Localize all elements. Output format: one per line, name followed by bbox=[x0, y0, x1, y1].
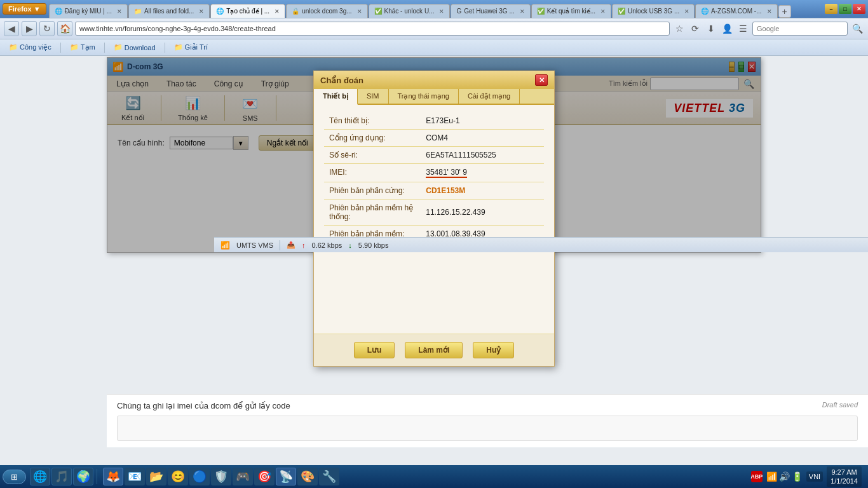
tab-close-8[interactable]: ✕ bbox=[684, 8, 689, 15]
taskbar-outlook[interactable]: 📧 bbox=[125, 468, 145, 485]
diagnosis-dialog: Chẩn đoán ✕ Thiết bị SIM Trạng thái mạng bbox=[313, 71, 555, 367]
bookmark-congviec[interactable]: 📁 Công việc bbox=[5, 42, 55, 53]
label-imei: IMEI: bbox=[324, 164, 421, 182]
tab-label-3: Tạo chủ đề | ... bbox=[226, 8, 269, 15]
tab-3[interactable]: 🌐 Tạo chủ đề | ... ✕ bbox=[210, 4, 285, 18]
taskbar-paint[interactable]: 🎨 bbox=[297, 468, 318, 485]
refresh-button[interactable]: Làm mới bbox=[405, 342, 463, 358]
tray-network-icon[interactable]: 📶 bbox=[766, 471, 777, 482]
label-cong-ung-dung: Cổng ứng dụng: bbox=[324, 130, 421, 147]
browser-titlebar: Firefox ▼ 🌐 Đăng ký MIU | ... ✕ 📁 All fi… bbox=[0, 0, 868, 18]
table-row: IMEI: 35481' 30' 9 bbox=[324, 164, 544, 182]
taskbar-media[interactable]: 🎵 bbox=[51, 468, 72, 485]
tab-1[interactable]: 🌐 Đăng ký MIU | ... ✕ bbox=[49, 4, 128, 18]
dialog-tab-sim[interactable]: SIM bbox=[358, 89, 389, 104]
dialog-close-button[interactable]: ✕ bbox=[535, 74, 548, 86]
modal-overlay: Chẩn đoán ✕ Thiết bị SIM Trạng thái mạng bbox=[107, 58, 761, 252]
taskbar-skype[interactable]: 🔵 bbox=[189, 468, 210, 485]
tab-close-2[interactable]: ✕ bbox=[199, 8, 204, 15]
tab-4[interactable]: 🔒 unlock dcom 3g... ✕ bbox=[286, 4, 367, 18]
taskbar-firefox[interactable]: 🦊 bbox=[103, 468, 123, 485]
value-so-se-ri: 6EA5TA1111505525 bbox=[421, 147, 544, 164]
cancel-button[interactable]: Huỷ bbox=[473, 342, 514, 358]
tab-favicon-9: 🌐 bbox=[701, 8, 709, 15]
system-clock: 9:27 AM 1/1/2014 bbox=[827, 466, 862, 487]
dcom-status-bar: 📶 UMTS VMS 📤 ↑ 0.62 kbps ↓ 5.90 kbps bbox=[214, 237, 868, 252]
page-area: 📶 D-com 3G – □ ✕ Lựa chọn Thao tác Công … bbox=[0, 56, 868, 465]
tab-close-6[interactable]: ✕ bbox=[520, 8, 525, 15]
tray-volume-icon[interactable]: 🔊 bbox=[779, 471, 790, 482]
tab-close-7[interactable]: ✕ bbox=[600, 8, 606, 15]
home-button[interactable]: 🏠 bbox=[57, 21, 72, 36]
tab-9[interactable]: 🌐 A-ZGSM.COM -... ✕ bbox=[695, 4, 777, 18]
taskbar-files[interactable]: 📂 bbox=[146, 468, 166, 485]
bookmark-icon-3: 📁 bbox=[114, 43, 123, 51]
taskbar-game2[interactable]: 🎯 bbox=[254, 468, 275, 485]
tab-2[interactable]: 📁 All files and fold... ✕ bbox=[128, 4, 210, 18]
bookmark-giaitri[interactable]: 📁 Giải Trí bbox=[170, 42, 212, 53]
tab-close-5[interactable]: ✕ bbox=[439, 8, 444, 15]
taskbar-dcom[interactable]: 📡 bbox=[276, 468, 296, 485]
tab-close-9[interactable]: ✕ bbox=[767, 8, 772, 15]
upload-speed: ↑ bbox=[302, 241, 306, 249]
taskbar-chat[interactable]: 😊 bbox=[168, 468, 188, 485]
bookmark-icon-4: 📁 bbox=[174, 43, 183, 51]
reload-icon[interactable]: ⟳ bbox=[688, 22, 702, 36]
save-button[interactable]: Lưu bbox=[354, 342, 395, 358]
download-icon[interactable]: ⬇ bbox=[704, 22, 718, 36]
bookmark-tam[interactable]: 📁 Tạm bbox=[66, 42, 99, 53]
tab-favicon-6: G bbox=[456, 8, 461, 15]
bookmark-icon-2: 📁 bbox=[70, 43, 79, 51]
address-bar[interactable] bbox=[75, 22, 670, 36]
tab-favicon-5: ✅ bbox=[374, 8, 382, 15]
dialog-tab-cai-dat-mang[interactable]: Cài đặt mạng bbox=[459, 89, 520, 104]
clock-time: 9:27 AM bbox=[831, 468, 858, 477]
start-button[interactable]: ⊞ bbox=[3, 470, 26, 484]
taskbar-earth[interactable]: 🌍 bbox=[73, 468, 93, 485]
tab-favicon-3: 🌐 bbox=[216, 8, 224, 15]
tab-close-3[interactable]: ✕ bbox=[275, 8, 280, 15]
search-magnifier-icon[interactable]: 🔍 bbox=[850, 22, 864, 36]
table-row: Tên thiết bị: E173Eu-1 bbox=[324, 112, 544, 130]
menu-icon[interactable]: ☰ bbox=[736, 22, 750, 36]
page-content-area: Chúng ta ghi lại imei của dcom để gửi lấ… bbox=[107, 394, 868, 447]
back-button[interactable]: ◀ bbox=[4, 21, 19, 36]
minimize-button[interactable]: – bbox=[825, 4, 837, 14]
tab-5[interactable]: ✅ Khác - unlock U... ✕ bbox=[369, 4, 451, 18]
adblock-icon[interactable]: ABP bbox=[751, 471, 763, 482]
taskbar-ie[interactable]: 🌐 bbox=[30, 468, 50, 485]
firefox-menu[interactable]: Firefox ▼ bbox=[3, 3, 46, 15]
dialog-tab-thiet-bi[interactable]: Thiết bị bbox=[314, 89, 358, 105]
taskbar-tool[interactable]: 🔧 bbox=[319, 468, 339, 485]
value-phien-ban-phan-cung: CD1E153M bbox=[421, 182, 544, 200]
tray-power-icon[interactable]: 🔋 bbox=[792, 471, 803, 482]
bookmark-sep-1 bbox=[60, 43, 61, 53]
forward-button[interactable]: ▶ bbox=[22, 21, 37, 36]
status-sep bbox=[280, 240, 280, 250]
tab-8[interactable]: ✅ Unlock USB 3G ... ✕ bbox=[612, 4, 695, 18]
dialog-tab-trang-thai-mang[interactable]: Trạng thái mạng bbox=[389, 89, 459, 104]
tab-7[interactable]: ✅ Kết quả tìm kiế... ✕ bbox=[531, 4, 611, 18]
close-button[interactable]: ✕ bbox=[853, 4, 865, 14]
tab-favicon-2: 📁 bbox=[134, 8, 142, 15]
search-input[interactable] bbox=[752, 22, 848, 36]
taskbar-pinned-apps: 🌐 🎵 🌍 bbox=[30, 468, 93, 485]
tab-6[interactable]: G Get Huawei 3G ... ✕ bbox=[451, 4, 530, 18]
new-tab-button[interactable]: + bbox=[778, 5, 791, 18]
tab-close-4[interactable]: ✕ bbox=[357, 8, 362, 15]
network-type: UMTS VMS bbox=[236, 241, 273, 249]
tab-close-1[interactable]: ✕ bbox=[117, 8, 122, 15]
language-button[interactable]: VNI bbox=[806, 471, 823, 482]
taskbar-torrent[interactable]: 🛡️ bbox=[211, 468, 231, 485]
draft-saved-label: Draft saved bbox=[822, 401, 858, 409]
taskbar-game1[interactable]: 🎮 bbox=[233, 468, 253, 485]
windows-icon: ⊞ bbox=[11, 472, 18, 482]
tab-label-6: Get Huawei 3G ... bbox=[464, 8, 514, 15]
bookmark-download[interactable]: 📁 Download bbox=[110, 42, 159, 53]
text-editor-area[interactable] bbox=[117, 416, 858, 441]
taskbar-right: ABP 📶 🔊 🔋 VNI 9:27 AM 1/1/2014 bbox=[751, 466, 865, 487]
bookmark-star-icon[interactable]: ☆ bbox=[672, 22, 686, 36]
profile-icon[interactable]: 👤 bbox=[720, 22, 734, 36]
refresh-button[interactable]: ↻ bbox=[39, 21, 55, 36]
maximize-button[interactable]: □ bbox=[839, 4, 851, 14]
